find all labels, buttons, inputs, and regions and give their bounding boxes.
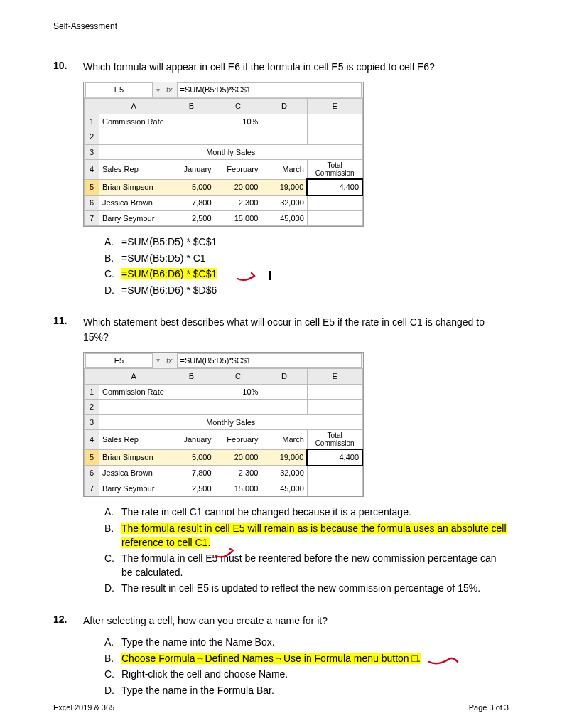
- answer-letter: B.: [104, 652, 121, 666]
- cell: 2,300: [215, 466, 261, 481]
- selected-cell: 4,400: [307, 179, 362, 196]
- col-header: D: [261, 99, 307, 114]
- cell: January: [168, 160, 215, 180]
- row-header: 7: [85, 210, 99, 226]
- spreadsheet-grid: A B C D E 1 Commission Rate 10% 2 3: [84, 98, 363, 226]
- cell: 5,000: [168, 449, 215, 466]
- question-number: 12.: [53, 614, 83, 700]
- row-header: 2: [85, 400, 99, 415]
- spreadsheet-grid: A B C D E 1 Commission Rate 10% 2 3: [84, 368, 363, 496]
- cell: 32,000: [261, 196, 307, 211]
- row-header-selected: 5: [85, 179, 99, 196]
- answer-text: Type the name into the Name Box.: [121, 636, 509, 650]
- name-box: E5: [85, 353, 153, 368]
- cell: TotalCommission: [307, 160, 362, 180]
- answer-letter: D.: [104, 582, 121, 596]
- cell: Sales Rep: [99, 430, 168, 450]
- row-header-selected: 5: [85, 449, 99, 466]
- dropdown-arrow-icon: ▾: [154, 355, 162, 365]
- answer-letter: B.: [104, 252, 121, 266]
- question-11: 11. Which statement best describes what …: [53, 315, 509, 598]
- row-header: 3: [85, 144, 99, 160]
- answer-letter: D.: [104, 284, 121, 298]
- col-header: C: [215, 369, 261, 385]
- col-header: A: [99, 99, 168, 114]
- row-header: 3: [85, 414, 99, 430]
- cell: 10%: [215, 384, 261, 400]
- col-header-selected: E: [307, 369, 362, 385]
- cell: February: [215, 160, 261, 180]
- cell: March: [261, 160, 307, 180]
- cell: 45,000: [261, 210, 307, 226]
- name-box: E5: [85, 82, 153, 97]
- row-header: 1: [85, 114, 99, 129]
- answer-letter: C.: [104, 552, 121, 566]
- cell: TotalCommission: [307, 430, 362, 450]
- col-header-selected: E: [307, 99, 362, 114]
- question-12: 12. After selecting a cell, how can you …: [53, 614, 509, 700]
- answer-letter: A.: [104, 636, 121, 650]
- cell: Jessica Brown: [99, 196, 168, 211]
- answer-letter: A.: [104, 505, 121, 520]
- footer-left: Excel 2019 & 365: [53, 703, 114, 712]
- row-header: 1: [85, 384, 99, 400]
- formula-bar: E5 ▾ fx =SUM(B5:D5)*$C$1: [84, 82, 363, 98]
- row-header: 7: [85, 481, 99, 496]
- cell: 19,000: [261, 179, 307, 196]
- cell: March: [261, 430, 307, 450]
- answer-text: Right-click the cell and choose Name.: [121, 668, 509, 682]
- selected-cell: 4,400: [307, 449, 362, 466]
- col-header: B: [168, 369, 215, 385]
- answer-text: The result in cell E5 is updated to refl…: [121, 582, 509, 596]
- dropdown-arrow-icon: ▾: [154, 85, 162, 95]
- cell: Commission Rate: [99, 384, 215, 400]
- answer-list: A.Type the name into the Name Box. B. Ch…: [104, 636, 509, 697]
- cell: Barry Seymour: [99, 481, 168, 496]
- cell: February: [215, 430, 261, 450]
- answer-list: A.The rate in cell C1 cannot be changed …: [104, 505, 509, 596]
- cell: 2,500: [168, 481, 215, 496]
- answer-list: A.=SUM(B5:D5) * $C$1 B.=SUM(B5:D5) * C1 …: [104, 235, 509, 297]
- cell: 2,300: [215, 196, 261, 211]
- formula-bar: E5 ▾ fx =SUM(B5:D5)*$C$1: [84, 353, 363, 368]
- merged-cell: Monthly Sales: [99, 144, 363, 160]
- cell: 45,000: [261, 481, 307, 496]
- cell: Commission Rate: [99, 114, 215, 129]
- cell: 7,800: [168, 196, 215, 211]
- question-number: 10.: [53, 60, 83, 299]
- answer-letter: B.: [104, 522, 121, 536]
- cell: 32,000: [261, 466, 307, 481]
- question-text: After selecting a cell, how can you crea…: [83, 614, 509, 628]
- cell: Barry Seymour: [99, 210, 168, 226]
- answer-text-highlighted: The formula result in cell E5 will remai…: [121, 522, 509, 550]
- answer-letter: C.: [104, 668, 121, 682]
- page-header: Self-Assessment: [53, 21, 509, 31]
- cell: Brian Simpson: [99, 179, 168, 196]
- cell: 20,000: [215, 179, 261, 196]
- answer-text: Type the name in the Formula Bar.: [121, 684, 509, 698]
- col-header: D: [261, 369, 307, 385]
- answer-text: =SUM(B6:D6) * $D$6: [121, 284, 509, 298]
- page-footer: Excel 2019 & 365 Page 3 of 3: [53, 703, 509, 712]
- menu-button-icon: □: [412, 653, 418, 664]
- question-text: Which statement best describes what will…: [83, 315, 509, 345]
- formula-input: =SUM(B5:D5)*$C$1: [177, 353, 362, 368]
- answer-text-highlighted: Choose Formula→Defined Names→Use in Form…: [121, 652, 509, 666]
- cell: 2,500: [168, 210, 215, 226]
- answer-text: =SUM(B5:D5) * $C$1: [121, 235, 509, 250]
- cell: 5,000: [168, 179, 215, 196]
- cell: 7,800: [168, 466, 215, 481]
- answer-letter: D.: [104, 684, 121, 698]
- merged-cell: Monthly Sales: [99, 414, 363, 430]
- arrow-icon: →: [274, 653, 283, 664]
- answer-text: =SUM(B5:D5) * C1: [121, 252, 509, 266]
- fx-icon: fx: [162, 355, 177, 367]
- cell: Sales Rep: [99, 160, 168, 180]
- col-header: A: [99, 369, 168, 385]
- row-header: 4: [85, 430, 99, 450]
- cell: 15,000: [215, 481, 261, 496]
- answer-text: The formula in cell E5 must be reentered…: [121, 552, 509, 579]
- answer-text: The rate in cell C1 cannot be changed be…: [121, 505, 509, 520]
- cell: January: [168, 430, 215, 450]
- cell: Jessica Brown: [99, 466, 168, 481]
